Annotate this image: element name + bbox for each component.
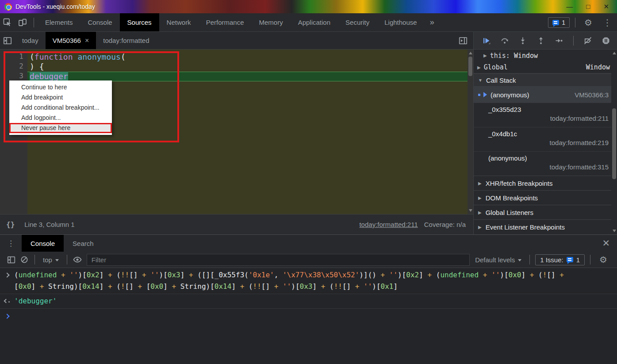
code-editor[interactable]: 123 (function anonymous() {debugger Cont… <box>0 50 473 214</box>
tab-lighthouse[interactable]: Lighthouse <box>377 13 424 31</box>
device-toolbar-icon[interactable] <box>15 16 30 29</box>
source-location-link[interactable]: today:formatted:211 <box>359 221 418 228</box>
drawer-tab-search[interactable]: Search <box>64 235 103 252</box>
menu-item-continue-to-here[interactable]: Continue to here <box>9 82 112 92</box>
hide-debugger-panel-icon[interactable] <box>456 34 471 47</box>
section-dom-breakpoints[interactable]: ▶DOM Breakpoints <box>474 190 611 205</box>
call-stack-frame[interactable]: (anonymous)today:formatted:315 <box>474 151 611 176</box>
step-into-icon[interactable] <box>515 34 530 47</box>
step-out-icon[interactable] <box>533 34 548 47</box>
scroll-up-arrow[interactable] <box>613 52 616 54</box>
file-tab-vm50366[interactable]: VM50366× <box>46 32 96 49</box>
console-code: (undefined + '')[0x2] + (!![] + '')[0x3]… <box>14 269 564 292</box>
debugger-sidebar-body: ▶ this: Window ▶ Global Window ▼ Call St… <box>474 50 617 234</box>
console-token: + <box>317 282 330 291</box>
tab-elements[interactable]: Elements <box>38 13 80 31</box>
call-stack-header[interactable]: ▼ Call Stack <box>474 73 611 87</box>
code-token: ( <box>30 52 34 61</box>
console-token: + <box>351 282 364 291</box>
scroll-down-arrow[interactable] <box>469 209 472 212</box>
section-global-listeners[interactable]: ▶Global Listeners <box>474 205 611 219</box>
scrollbar-thumb[interactable] <box>612 108 616 179</box>
tab-memory[interactable]: Memory <box>252 13 291 31</box>
tab-network[interactable]: Network <box>159 13 199 31</box>
menu-item-never-pause-here[interactable]: Never pause here <box>9 123 112 133</box>
expand-triangle-icon[interactable]: ▶ <box>477 65 481 70</box>
frame-location[interactable]: today:formatted:315 <box>488 163 609 171</box>
code-token: ) { <box>30 62 44 71</box>
step-over-icon[interactable] <box>497 34 512 47</box>
scrollbar-thumb[interactable] <box>468 57 472 76</box>
menu-item-add-conditional-breakpoint[interactable]: Add conditional breakpoint... <box>9 103 112 113</box>
scope-global-row[interactable]: ▶ Global Window <box>474 61 611 73</box>
clear-console-icon[interactable] <box>18 254 31 265</box>
more-tabs-icon[interactable]: » <box>425 18 440 27</box>
chevron-down-icon <box>518 259 521 261</box>
scroll-down-arrow[interactable] <box>613 230 616 232</box>
code-token: ( <box>121 52 126 61</box>
javascript-context-dropdown[interactable]: top <box>38 256 63 264</box>
console-token: [ <box>146 282 151 291</box>
frame-location[interactable]: today:formatted:211 <box>488 115 609 122</box>
line-number[interactable]: 2 <box>0 62 27 72</box>
pretty-print-button[interactable]: {} <box>6 220 15 229</box>
issue-bubble-icon <box>552 20 559 25</box>
settings-gear-icon[interactable]: ⚙ <box>579 17 598 28</box>
scope-this-row[interactable]: ▶ this: Window <box>474 50 611 61</box>
console-filter-input[interactable] <box>87 254 470 266</box>
deactivate-breakpoints-icon[interactable] <box>580 34 595 47</box>
section-event-listener-breakpoints[interactable]: ▶Event Listener Breakpoints <box>474 219 611 234</box>
drawer-menu-icon[interactable]: ⋮ <box>0 239 22 248</box>
drawer-close-icon[interactable]: ✕ <box>595 238 617 249</box>
menu-item-add-logpoint[interactable]: Add logpoint... <box>9 113 112 123</box>
frame-location[interactable]: today:formatted:219 <box>488 139 609 146</box>
call-stack-frame-current[interactable]: (anonymous)VM50366:3 <box>474 87 611 103</box>
console-token: + <box>138 271 150 279</box>
call-stack-frame[interactable]: _0x355d23today:formatted:211 <box>474 103 611 127</box>
frame-location[interactable]: VM50366:3 <box>575 91 609 99</box>
issues-badge[interactable]: 1 <box>548 17 570 28</box>
more-options-icon[interactable]: ⋮ <box>598 17 617 28</box>
section-xhr-fetch-breakpoints[interactable]: ▶XHR/fetch Breakpoints <box>474 176 611 190</box>
show-navigator-icon[interactable] <box>0 34 15 47</box>
console-code-line: [0x0] + String)[0x14] + (![] + [0x0] + S… <box>14 281 564 292</box>
scroll-up-arrow[interactable] <box>469 52 472 54</box>
return-value-icon <box>0 295 14 307</box>
line-number[interactable]: 3 <box>0 72 27 81</box>
minimize-button[interactable]: — <box>566 0 573 13</box>
close-tab-icon[interactable]: × <box>85 37 89 45</box>
file-tab-today-formatted[interactable]: today:formatted <box>96 32 156 49</box>
tab-performance[interactable]: Performance <box>199 13 252 31</box>
expand-triangle-icon[interactable]: ▶ <box>483 53 487 58</box>
collapsed-triangle-icon: ▶ <box>478 210 482 215</box>
call-stack-frame[interactable]: _0x4db1ctoday:formatted:219 <box>474 127 611 151</box>
live-expression-eye-icon[interactable] <box>71 254 84 265</box>
console-token: + <box>103 271 116 279</box>
step-icon[interactable] <box>552 34 567 47</box>
console-settings-gear-icon[interactable]: ⚙ <box>594 254 613 265</box>
pause-on-exceptions-icon[interactable] <box>598 34 613 47</box>
close-button[interactable]: ✕ <box>603 0 609 13</box>
file-tab-today[interactable]: today <box>15 32 46 49</box>
line-number[interactable]: 1 <box>0 52 27 62</box>
editor-scrollbar[interactable] <box>468 50 473 214</box>
console-sidebar-icon[interactable] <box>4 254 18 265</box>
collapse-triangle-icon[interactable]: ▼ <box>478 78 483 83</box>
drawer-tab-console[interactable]: Console <box>22 235 64 252</box>
console-token: + <box>35 282 48 291</box>
menu-item-add-breakpoint[interactable]: Add breakpoint <box>9 92 112 103</box>
console-issues-button[interactable]: 1 Issue: 1 <box>535 254 585 265</box>
tab-security[interactable]: Security <box>338 13 377 31</box>
console-prompt[interactable] <box>0 309 617 320</box>
log-levels-dropdown[interactable]: Default levels <box>471 256 526 264</box>
maximize-button[interactable]: □ <box>586 0 590 13</box>
resume-script-icon[interactable] <box>479 34 494 47</box>
console-token: ] <box>31 282 36 291</box>
console-token: ! <box>121 282 125 291</box>
tab-console[interactable]: Console <box>80 13 120 31</box>
sidebar-scrollbar[interactable] <box>611 50 617 234</box>
inspect-element-icon[interactable] <box>0 16 15 29</box>
tab-application[interactable]: Application <box>291 13 338 31</box>
tab-sources[interactable]: Sources <box>120 13 159 31</box>
chevron-down-icon <box>55 259 59 261</box>
